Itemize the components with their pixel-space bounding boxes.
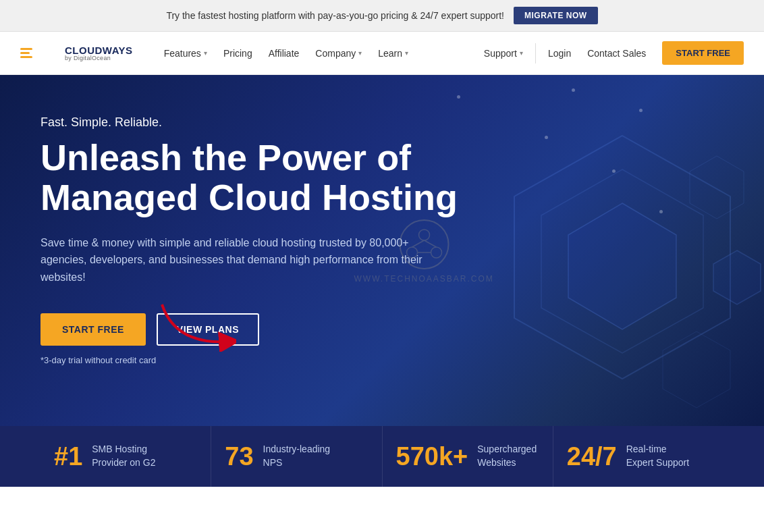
start-free-hero-button[interactable]: START FREE: [40, 313, 146, 346]
nav-divider: [535, 43, 536, 63]
svg-point-2: [47, 49, 57, 58]
start-free-nav-button[interactable]: START FREE: [662, 41, 744, 65]
logo-bar-2: [20, 52, 30, 54]
svg-marker-7: [713, 250, 761, 304]
nav-item-support[interactable]: Support ▾: [477, 43, 530, 64]
logo-icon: [20, 44, 59, 63]
stat-number-nps: 73: [225, 444, 253, 469]
stat-label-rank: SMB HostingProvider on G2: [92, 443, 155, 469]
hero-content: Fast. Simple. Reliable. Unleash the Powe…: [40, 115, 499, 365]
view-plans-button[interactable]: VIEW PLANS: [157, 313, 259, 346]
nav-item-learn[interactable]: Learn ▾: [371, 43, 415, 64]
logo-sub: by DigitalOcean: [65, 55, 133, 61]
nav-item-contact-sales[interactable]: Contact Sales: [580, 43, 653, 64]
logo[interactable]: CLOUDWAYS by DigitalOcean: [20, 44, 133, 63]
stat-label-websites: SuperchargedWebsites: [477, 443, 537, 469]
svg-marker-6: [690, 156, 744, 219]
logo-text: CLOUDWAYS by DigitalOcean: [65, 45, 133, 61]
hero-title: Unleash the Power of Managed Cloud Hosti…: [40, 138, 499, 218]
nav-item-company[interactable]: Company ▾: [308, 43, 369, 64]
stat-label-nps: Industry-leadingNPS: [263, 443, 331, 469]
banner-text: Try the fastest hosting platform with pa…: [166, 10, 504, 21]
stat-item-websites: 570k+ SuperchargedWebsites: [383, 426, 553, 487]
logo-name: CLOUDWAYS: [65, 45, 133, 55]
svg-marker-8: [663, 331, 730, 408]
chevron-down-icon: ▾: [405, 49, 408, 57]
dot: [572, 88, 575, 92]
nav-item-features[interactable]: Features ▾: [157, 43, 214, 64]
nav-right: Support ▾ Login Contact Sales START FREE: [477, 41, 744, 65]
stat-number-support: 24/7: [567, 444, 617, 469]
nav-item-login[interactable]: Login: [541, 43, 578, 64]
stat-item-nps: 73 Industry-leadingNPS: [211, 426, 382, 487]
logo-cloud-icon: [35, 44, 59, 63]
stat-item-rank: #1 SMB HostingProvider on G2: [40, 426, 211, 487]
stat-number-websites: 570k+: [396, 444, 468, 469]
dot: [457, 95, 460, 99]
hero-tagline: Fast. Simple. Reliable.: [40, 115, 499, 130]
chevron-down-icon: ▾: [520, 49, 523, 57]
svg-marker-5: [568, 203, 676, 329]
stat-number-rank: #1: [54, 444, 82, 469]
nav-links: Features ▾ Pricing Affiliate Company ▾ L…: [157, 43, 477, 64]
hero-section: WWW.TECHNOAASBAR.COM Fast. Simple. Relia…: [0, 75, 764, 426]
top-banner: Try the fastest hosting platform with pa…: [0, 0, 764, 32]
stats-bar: #1 SMB HostingProvider on G2 73 Industry…: [0, 426, 764, 487]
navbar: CLOUDWAYS by DigitalOcean Features ▾ Pri…: [0, 32, 764, 75]
hero-description: Save time & money with simple and reliab…: [40, 234, 432, 286]
migrate-button[interactable]: MIGRATE NOW: [514, 7, 598, 24]
logo-bars: [20, 48, 32, 58]
stat-item-support: 24/7 Real-timeExpert Support: [553, 426, 724, 487]
nav-item-pricing[interactable]: Pricing: [217, 43, 259, 64]
nav-item-affiliate[interactable]: Affiliate: [262, 43, 306, 64]
trial-note: *3-day trial without credit card: [40, 355, 499, 365]
stat-label-support: Real-timeExpert Support: [626, 443, 689, 469]
hero-buttons: START FREE VIEW PLANS: [40, 313, 499, 346]
chevron-down-icon: ▾: [204, 49, 207, 57]
logo-bar-3: [20, 56, 32, 58]
logo-bar-1: [20, 48, 32, 50]
chevron-down-icon: ▾: [358, 49, 362, 57]
dot: [639, 109, 643, 112]
svg-point-1: [37, 47, 48, 58]
hex-decoration: [481, 115, 764, 426]
